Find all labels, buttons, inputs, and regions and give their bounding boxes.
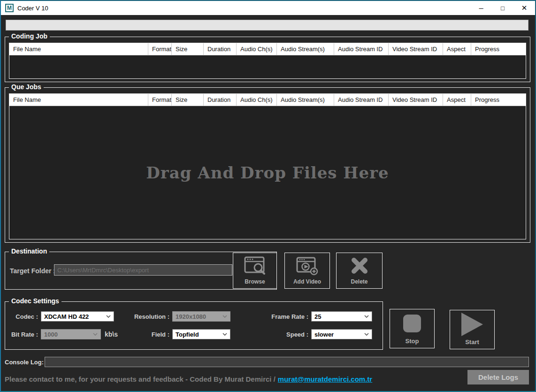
que-jobs-table-header: File NameFormatSizeDurationAudio Ch(s)Au…	[9, 94, 526, 106]
delete-logs-button[interactable]: Delete Logs	[467, 370, 529, 384]
overall-progress-bar	[6, 20, 528, 31]
column-header-size[interactable]: Size	[172, 43, 204, 55]
que-jobs-table[interactable]: File NameFormatSizeDurationAudio Ch(s)Au…	[9, 93, 526, 239]
frame-rate-select[interactable]: 25	[311, 311, 372, 322]
speed-value: slower	[314, 331, 334, 338]
codec-label: Codec :	[6, 313, 38, 320]
play-icon	[450, 310, 494, 338]
column-header-audio-stream-s-[interactable]: Audio Stream(s)	[277, 43, 334, 55]
column-header-format[interactable]: Format	[148, 94, 172, 106]
que-jobs-group-title: Que Jobs	[9, 83, 44, 91]
resolution-label: Resolution :	[122, 313, 169, 320]
window-title: Coder V 10	[17, 5, 48, 12]
close-button[interactable]: ✕	[513, 1, 535, 15]
add-video-button[interactable]: Add Video	[284, 253, 330, 289]
drag-drop-hint: Drag And Drop Files Here	[146, 163, 389, 182]
stop-button-label: Stop	[406, 338, 419, 348]
column-header-audio-stream-id[interactable]: Audio Stream ID	[334, 43, 389, 55]
console-log-label: Console Log:	[5, 359, 44, 366]
codec-settings-group: Codec Settings Codec : XDCAM HD 422 Reso…	[5, 301, 383, 350]
codec-settings-group-title: Codec Settings	[9, 297, 61, 305]
start-button[interactable]: Start	[450, 310, 495, 349]
target-folder-label: Target Folder :	[10, 267, 55, 275]
browse-folder-icon	[233, 253, 276, 278]
column-header-duration[interactable]: Duration	[204, 43, 237, 55]
codec-value: XDCAM HD 422	[44, 313, 89, 320]
browse-button-label: Browse	[245, 278, 265, 288]
titlebar: M Coder V 10 ─ □ ✕	[1, 1, 535, 15]
console-log-output[interactable]	[45, 357, 529, 367]
target-folder-input[interactable]	[54, 264, 232, 276]
column-header-file-name[interactable]: File Name	[9, 94, 148, 106]
footer-message-text: Please contact to me, for your requests …	[5, 375, 276, 383]
chevron-down-icon	[364, 333, 369, 336]
bit-rate-value: 1000	[44, 331, 58, 338]
field-select[interactable]: Topfield	[172, 329, 230, 339]
resolution-select: 1920x1080	[172, 311, 230, 322]
coding-job-group-title: Coding Job	[9, 32, 50, 40]
column-header-aspect[interactable]: Aspect	[443, 94, 471, 106]
stop-button[interactable]: Stop	[390, 309, 435, 348]
start-button-label: Start	[465, 338, 479, 349]
coding-job-table-body[interactable]	[9, 55, 526, 78]
speed-select[interactable]: slower	[311, 329, 372, 339]
chevron-down-icon	[106, 315, 111, 318]
speed-label: Speed :	[257, 331, 308, 338]
column-header-audio-ch-s-[interactable]: Audio Ch(s)	[237, 43, 277, 55]
column-header-size[interactable]: Size	[172, 94, 204, 106]
field-label: Field :	[122, 331, 169, 338]
que-jobs-drop-zone[interactable]: Drag And Drop Files Here	[9, 106, 526, 239]
stop-icon	[390, 309, 434, 338]
delete-button[interactable]: Delete	[336, 253, 383, 289]
field-value: Topfield	[176, 331, 199, 338]
add-video-button-label: Add Video	[293, 278, 321, 288]
column-header-progress[interactable]: Progress	[471, 94, 526, 106]
add-video-icon	[285, 253, 329, 278]
column-header-audio-ch-s-[interactable]: Audio Ch(s)	[237, 94, 277, 106]
app-logo-icon: M	[5, 4, 14, 12]
column-header-file-name[interactable]: File Name	[9, 43, 148, 55]
column-header-audio-stream-s-[interactable]: Audio Stream(s)	[277, 94, 334, 106]
column-header-video-stream-id[interactable]: Video Stream ID	[389, 43, 443, 55]
coding-job-table[interactable]: File NameFormatSizeDurationAudio Ch(s)Au…	[9, 43, 526, 79]
column-header-audio-stream-id[interactable]: Audio Stream ID	[334, 94, 389, 106]
destination-group-title: Destination	[9, 247, 49, 255]
minimize-button[interactable]: ─	[470, 1, 492, 15]
bit-rate-unit: kb\s	[105, 331, 118, 338]
frame-rate-value: 25	[314, 313, 321, 320]
maximize-button[interactable]: □	[492, 1, 513, 15]
que-jobs-group: Que Jobs File NameFormatSizeDurationAudi…	[5, 87, 530, 243]
app-window: M Coder V 10 ─ □ ✕ Coding Job File NameF…	[0, 0, 536, 392]
coding-job-group: Coding Job File NameFormatSizeDurationAu…	[5, 37, 530, 82]
coding-job-table-header: File NameFormatSizeDurationAudio Ch(s)Au…	[9, 43, 526, 55]
delete-button-label: Delete	[351, 278, 368, 288]
column-header-video-stream-id[interactable]: Video Stream ID	[389, 94, 443, 106]
chevron-down-icon	[364, 315, 369, 318]
column-header-aspect[interactable]: Aspect	[443, 43, 471, 55]
column-header-duration[interactable]: Duration	[204, 94, 237, 106]
chevron-down-icon	[93, 333, 98, 336]
email-link[interactable]: murat@muratdemirci.com.tr	[278, 375, 372, 383]
frame-rate-label: Frame Rate :	[257, 313, 308, 320]
delete-x-icon	[337, 253, 382, 278]
footer-message: Please contact to me, for your requests …	[5, 375, 372, 383]
resolution-value: 1920x1080	[176, 313, 206, 320]
bit-rate-select: 1000	[41, 329, 101, 339]
column-header-progress[interactable]: Progress	[471, 43, 526, 55]
window-controls: ─ □ ✕	[470, 1, 535, 15]
codec-select[interactable]: XDCAM HD 422	[41, 311, 114, 322]
column-header-format[interactable]: Format	[148, 43, 172, 55]
browse-button[interactable]: Browse	[233, 253, 277, 289]
chevron-down-icon	[222, 315, 227, 318]
chevron-down-icon	[222, 333, 227, 336]
bit-rate-label: Bit Rate :	[6, 331, 38, 338]
